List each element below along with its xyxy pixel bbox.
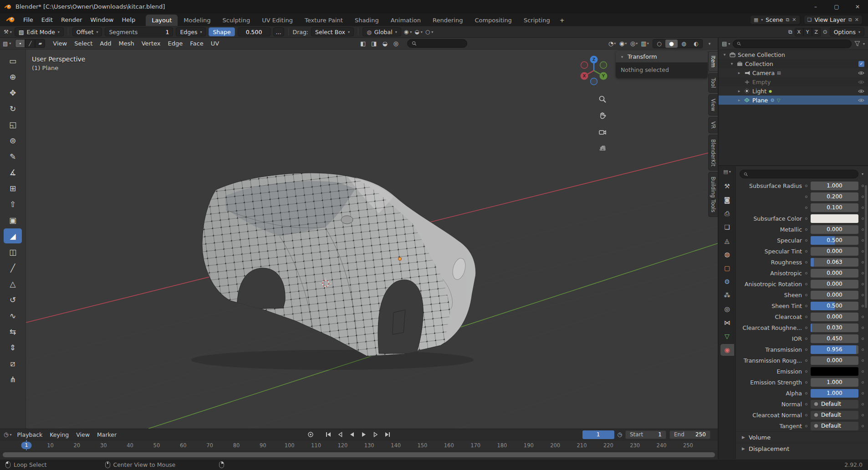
tool-poly-build[interactable]: △ [4, 276, 22, 291]
properties-options-icon[interactable]: ▾ [862, 172, 863, 176]
tool-add-cube[interactable]: ⊞ [4, 181, 22, 196]
outliner-editor-type-icon[interactable]: ▤▾ [722, 40, 730, 47]
auto-keying-toggle[interactable] [305, 430, 316, 439]
scene-selector[interactable]: ▦▾ Scene ⧉ ✕ [750, 15, 800, 25]
view-layer-selector[interactable]: ❏ View Layer ⧉ ✕ [804, 15, 863, 25]
timeline-menu-marker[interactable]: Marker [93, 430, 120, 439]
sidebar-tab-vr[interactable]: VR [708, 117, 718, 133]
tool-measure[interactable]: ∡ [4, 165, 22, 180]
bevel-affect-dropdown[interactable]: Edges▾ [176, 27, 206, 36]
animate-property-dot[interactable] [862, 403, 864, 405]
viewport-menu-view[interactable]: View [49, 39, 71, 48]
prop-slider-sheen[interactable]: 0.000 [811, 291, 858, 299]
animate-property-dot[interactable] [862, 359, 864, 362]
show-gizmos-icon[interactable]: ◉▾ [618, 39, 628, 48]
close-button[interactable]: ✕ [847, 0, 868, 13]
blender-app-menu-icon[interactable] [4, 16, 18, 23]
outliner-row-scene-collection[interactable]: ▾Scene Collection [719, 50, 868, 59]
new-scene-icon[interactable]: ⧉ [786, 17, 789, 23]
timeline-editor-type-icon[interactable]: ◷▾ [4, 431, 12, 438]
prop-slider-anisotropic-rotation[interactable]: 0.000 [811, 280, 858, 288]
workspace-tab-layout[interactable]: Layout [146, 15, 178, 26]
animate-property-dot[interactable] [862, 349, 864, 351]
symmetry-y-toggle[interactable]: Y [803, 28, 812, 36]
sidebar-tab-item[interactable]: Item [708, 51, 718, 72]
shading-wireframe-button[interactable]: ○ [653, 40, 665, 48]
timeline-ruler[interactable]: 1 11020304050607080901001101201301401501… [0, 440, 718, 450]
disclosure-triangle-icon[interactable]: ▸ [737, 71, 741, 75]
camera-view-icon[interactable] [597, 126, 608, 138]
next-keyframe-button[interactable] [370, 430, 381, 439]
animate-property-dot[interactable] [862, 196, 864, 198]
prop-color-emission[interactable] [811, 367, 858, 376]
viewport-search[interactable] [407, 39, 467, 48]
play-button[interactable] [358, 430, 369, 439]
face-select-mode-button[interactable]: ▰ [35, 39, 45, 48]
menu-file[interactable]: File [19, 15, 37, 25]
animate-property-dot[interactable] [862, 414, 864, 416]
properties-tab-object-data[interactable]: ▽ [720, 330, 734, 342]
properties-tab-modifiers[interactable]: ⚙ [720, 276, 734, 288]
prop-slider-specular-tint[interactable]: 0.000 [811, 247, 858, 256]
section-displacement[interactable]: ▶Displacement [736, 443, 868, 454]
tool-scale[interactable]: ◱ [4, 117, 22, 132]
prop-dropdown-tangent[interactable]: Default [811, 422, 858, 430]
pan-hand-icon[interactable] [597, 110, 608, 121]
sidebar-tab-blenderkit[interactable]: BlenderKit [708, 135, 718, 171]
tool-inset-faces[interactable]: ▣ [4, 212, 22, 227]
bevel-segments-field[interactable]: Segments1 [105, 27, 173, 36]
outliner-row-plane[interactable]: ▸Plane⚙▽ [719, 96, 868, 105]
prop-number-value[interactable]: 0.200 [811, 192, 858, 201]
properties-editor-type-icon[interactable]: ▤▾ [723, 169, 730, 175]
menu-help[interactable]: Help [118, 15, 140, 25]
disclosure-triangle-icon[interactable]: ▸ [737, 98, 741, 102]
snap-target-icon[interactable]: ◒ [379, 39, 390, 48]
tool-edge-slide[interactable]: ⇆ [4, 324, 22, 339]
disclosure-triangle-icon[interactable]: ▾ [722, 52, 727, 57]
bevel-shape-toggle[interactable]: Shape [209, 27, 235, 36]
properties-search[interactable] [740, 170, 858, 178]
outliner-search-input[interactable] [744, 40, 848, 47]
tool-knife[interactable]: ╱ [4, 260, 22, 275]
tool-select-box[interactable]: ▭ [4, 53, 22, 68]
current-frame-field[interactable]: 1 [582, 430, 614, 439]
viewport-editor-type-icon[interactable]: ▧▾ [3, 40, 11, 47]
section-volume[interactable]: ▶Volume [736, 431, 868, 443]
prop-slider-transmission[interactable]: 0.956 [811, 345, 858, 354]
tool-loop-cut[interactable]: ◫ [4, 244, 22, 259]
workspace-tab-scripting[interactable]: Scripting [518, 15, 556, 26]
panel-collapse-icon[interactable]: ▾ [620, 55, 624, 59]
visibility-eye-icon[interactable] [858, 89, 864, 93]
unlink-scene-icon[interactable]: ✕ [792, 17, 796, 23]
tool-rotate[interactable]: ↻ [4, 101, 22, 116]
prop-dropdown-normal[interactable]: Default [811, 400, 858, 409]
tool-transform[interactable]: ⊚ [4, 133, 22, 148]
menu-render[interactable]: Render [57, 15, 86, 25]
animate-property-dot[interactable] [862, 261, 864, 263]
outliner-search[interactable] [733, 40, 852, 48]
filter-funnel-icon[interactable] [854, 41, 860, 46]
properties-tab-constraints[interactable]: ⋈ [720, 317, 734, 328]
viewport-menu-uv[interactable]: UV [207, 39, 223, 48]
preview-range-icon[interactable]: ◷ [618, 431, 622, 438]
add-workspace-button[interactable]: + [556, 15, 568, 26]
outliner-row-light[interactable]: ▸Light● [719, 86, 868, 96]
tool-rip-region[interactable]: ⋔ [4, 372, 22, 387]
sidebar-tab-tool[interactable]: Tool [708, 73, 718, 92]
prop-dropdown-clearcoat-normal[interactable]: Default [811, 411, 858, 419]
disclosure-triangle-icon[interactable]: ▸ [737, 89, 741, 93]
prop-slider-clearcoat[interactable]: 0.000 [811, 313, 858, 321]
orthographic-toggle-icon[interactable] [597, 142, 608, 154]
shading-solid-button[interactable]: ● [665, 40, 678, 48]
viewport-menu-select[interactable]: Select [71, 39, 96, 48]
edge-select-mode-button[interactable]: ╱ [25, 39, 35, 48]
animate-property-dot[interactable] [862, 272, 864, 274]
bevel-more-options-button[interactable]: ... [273, 27, 284, 36]
properties-search-input[interactable] [751, 171, 854, 177]
proportional-editing-icon[interactable]: ○▾ [425, 29, 434, 35]
workspace-tab-texture-paint[interactable]: Texture Paint [299, 15, 349, 26]
navigation-gizmo[interactable]: Z X Y [577, 53, 611, 90]
outliner-row-empty[interactable]: Empty [719, 77, 868, 86]
symmetry-x-toggle[interactable]: X [795, 28, 803, 36]
disclosure-triangle-icon[interactable]: ▾ [730, 61, 734, 66]
